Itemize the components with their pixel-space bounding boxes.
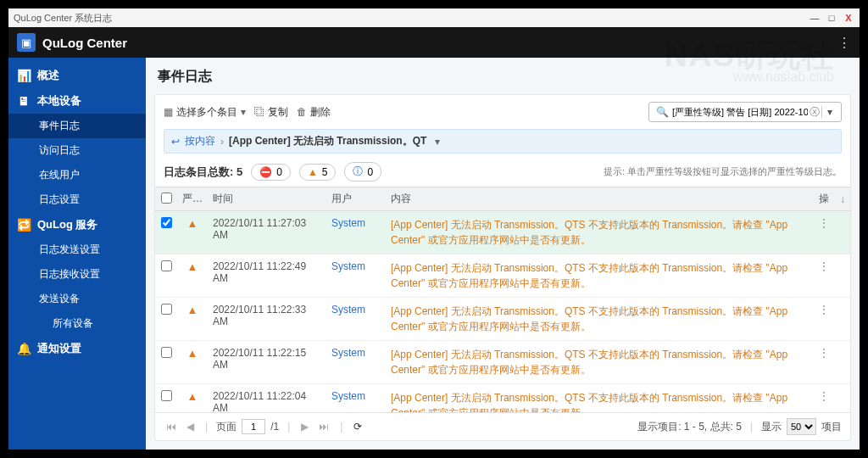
- row-checkbox[interactable]: [161, 260, 172, 271]
- page-title: 事件日志: [146, 58, 860, 94]
- search-input[interactable]: [672, 107, 808, 117]
- copy-icon: ⿻: [254, 106, 264, 118]
- warning-icon: ▲: [187, 217, 198, 230]
- overview-icon: 📊: [17, 69, 31, 82]
- sidebar-label: QuLog 服务: [37, 217, 98, 232]
- grid-icon: ▦: [164, 106, 173, 118]
- pager-items-label: 项目: [821, 420, 842, 434]
- row-user-link[interactable]: System: [331, 347, 365, 359]
- pager-page-input[interactable]: [242, 419, 265, 434]
- select-all-checkbox[interactable]: [161, 193, 172, 204]
- filter-by-content-link[interactable]: 按内容: [185, 134, 215, 148]
- col-checkbox[interactable]: [155, 187, 177, 211]
- app-logo-icon: ▣: [17, 33, 36, 52]
- filter-info-pill[interactable]: ⓘ 0: [344, 162, 381, 182]
- sidebar-item-overview[interactable]: 📊 概述: [8, 63, 146, 88]
- sidebar-item-send-settings[interactable]: 日志发送设置: [8, 237, 146, 262]
- col-action[interactable]: 操: [813, 187, 835, 211]
- table-row[interactable]: ▲2022/10/11 11:22:04 AMSystem[App Center…: [155, 384, 850, 413]
- row-menu-button[interactable]: ⋮: [819, 260, 829, 272]
- col-more[interactable]: ↓: [835, 187, 850, 211]
- sidebar-item-qulog-service[interactable]: 🔁 QuLog 服务: [8, 212, 146, 237]
- sidebar-item-log-settings[interactable]: 日志设置: [8, 187, 146, 212]
- sidebar-label: 本地设备: [37, 93, 81, 109]
- delete-button[interactable]: 🗑 删除: [297, 105, 331, 120]
- pager-refresh[interactable]: ⟳: [351, 421, 364, 433]
- maximize-button[interactable]: □: [826, 13, 837, 23]
- table-row[interactable]: ▲2022/10/11 11:22:49 AMSystem[App Center…: [155, 254, 850, 298]
- sidebar-item-local[interactable]: 🖥 本地设备: [8, 88, 146, 114]
- pager-next[interactable]: ▶: [298, 421, 311, 433]
- filter-back-button[interactable]: ↩: [171, 136, 180, 148]
- row-time: 2022/10/11 11:22:49 AM: [208, 254, 326, 298]
- window-title: QuLog Center 系统日志: [14, 12, 112, 25]
- row-user-link[interactable]: System: [331, 390, 365, 402]
- sidebar-item-recv-settings[interactable]: 日志接收设置: [8, 262, 146, 287]
- filter-error-pill[interactable]: ⛔ 0: [251, 164, 291, 181]
- chevron-down-icon: ▾: [241, 106, 246, 118]
- table-row[interactable]: ▲2022/10/11 11:27:03 AMSystem[App Center…: [155, 211, 850, 254]
- row-time: 2022/10/11 11:22:15 AM: [208, 341, 326, 384]
- filter-dropdown[interactable]: ▾: [435, 136, 440, 148]
- sidebar-item-online-users[interactable]: 在线用户: [8, 163, 146, 187]
- row-time: 2022/10/11 11:27:03 AM: [208, 211, 326, 254]
- pager-total-pages: /1: [270, 421, 279, 433]
- col-user[interactable]: 用户: [326, 187, 386, 211]
- bell-icon: 🔔: [17, 342, 31, 355]
- row-user-link[interactable]: System: [331, 217, 365, 229]
- filter-warn-pill[interactable]: ▲ 5: [299, 164, 337, 181]
- row-user-link[interactable]: System: [331, 260, 365, 272]
- total-count-label: 日志条目总数: 5: [164, 165, 242, 180]
- page-size-select[interactable]: 50: [787, 418, 816, 435]
- pager-summary: 显示项目: 1 - 5, 总共: 5: [637, 420, 742, 434]
- error-icon: ⛔: [259, 166, 272, 178]
- copy-button[interactable]: ⿻ 复制: [254, 105, 288, 120]
- sidebar-item-notification[interactable]: 🔔 通知设置: [8, 336, 146, 361]
- warning-icon: ▲: [187, 390, 198, 403]
- header-menu-button[interactable]: ⋮: [837, 35, 851, 51]
- col-severity[interactable]: 严…: [177, 187, 208, 211]
- close-button[interactable]: X: [843, 13, 854, 23]
- row-content: [App Center] 无法启动 Transmission。QTS 不支持此版…: [391, 349, 787, 376]
- select-multiple-button[interactable]: ▦ 选择多个条目 ▾: [164, 105, 246, 120]
- app-title: QuLog Center: [42, 36, 127, 50]
- row-menu-button[interactable]: ⋮: [819, 347, 829, 359]
- row-checkbox[interactable]: [161, 217, 172, 228]
- table-row[interactable]: ▲2022/10/11 11:22:33 AMSystem[App Center…: [155, 298, 850, 341]
- row-menu-button[interactable]: ⋮: [819, 217, 829, 229]
- toolbar: ▦ 选择多个条目 ▾ ⿻ 复制 🗑 删除 🔍: [155, 95, 850, 129]
- hint-text: 提示: 单击严重性等级按钮可显示选择的严重性等级日志。: [604, 165, 842, 178]
- row-content: [App Center] 无法启动 Transmission。QTS 不支持此版…: [391, 392, 787, 412]
- pager-first[interactable]: ⏮: [164, 421, 179, 433]
- minimize-button[interactable]: —: [809, 13, 821, 23]
- row-checkbox[interactable]: [161, 347, 172, 358]
- row-menu-button[interactable]: ⋮: [819, 390, 829, 402]
- sidebar-label: 概述: [37, 68, 59, 83]
- clear-search-button[interactable]: ⓧ: [810, 105, 820, 120]
- search-box[interactable]: 🔍 ⓧ ▾: [648, 102, 842, 122]
- device-icon: 🖥: [17, 94, 31, 108]
- pager-page-label: 页面: [216, 420, 236, 434]
- sidebar-item-event-log[interactable]: 事件日志: [8, 114, 146, 138]
- col-time[interactable]: 时间: [208, 187, 326, 211]
- row-content: [App Center] 无法启动 Transmission。QTS 不支持此版…: [391, 262, 787, 289]
- pager: ⏮ ◀ | 页面 /1 | ▶ ⏭ | ⟳ 显示项目: 1 - 5, 总共: 5…: [155, 412, 850, 440]
- filter-crumb: [App Center] 无法启动 Transmission。QT: [229, 134, 426, 148]
- sidebar-item-send-device[interactable]: 发送设备: [8, 287, 146, 311]
- row-menu-button[interactable]: ⋮: [819, 304, 829, 316]
- row-user-link[interactable]: System: [331, 304, 365, 316]
- row-checkbox[interactable]: [161, 390, 172, 401]
- row-time: 2022/10/11 11:22:04 AM: [208, 384, 326, 413]
- pager-last[interactable]: ⏭: [316, 421, 331, 433]
- pager-show-label: 显示: [761, 420, 782, 434]
- pager-prev[interactable]: ◀: [184, 421, 197, 433]
- table-row[interactable]: ▲2022/10/11 11:22:15 AMSystem[App Center…: [155, 341, 850, 384]
- info-icon: ⓘ: [353, 165, 363, 179]
- breadcrumb-filter: ↩ 按内容 › [App Center] 无法启动 Transmission。Q…: [164, 129, 842, 154]
- sidebar-item-all-devices[interactable]: 所有设备: [8, 311, 146, 336]
- row-checkbox[interactable]: [161, 304, 172, 315]
- search-dropdown-button[interactable]: ▾: [821, 106, 837, 118]
- warning-icon: ▲: [308, 166, 318, 178]
- sidebar-item-access-log[interactable]: 访问日志: [8, 138, 146, 163]
- col-content[interactable]: 内容: [386, 187, 813, 211]
